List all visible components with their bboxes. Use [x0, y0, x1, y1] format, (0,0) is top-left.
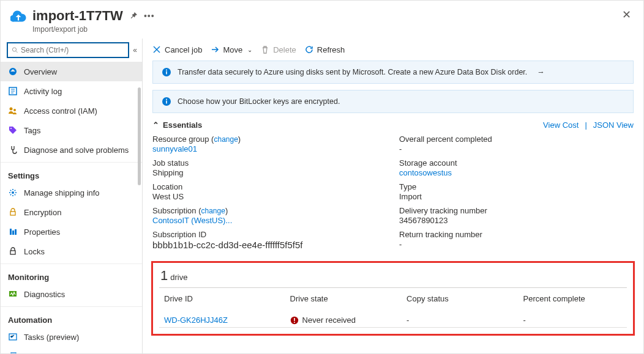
delete-icon — [261, 45, 269, 54]
return-label: Return tracking number — [399, 230, 634, 239]
close-icon[interactable]: ✕ — [622, 8, 631, 21]
sidebar-item-locks[interactable]: Locks — [1, 242, 142, 261]
return-value: - — [399, 240, 634, 249]
nav-label: Diagnose and solve problems — [24, 146, 129, 155]
pct-label: Overall percent completed — [399, 135, 634, 144]
sub-value[interactable]: ContosoIT (WestUS)... — [152, 216, 387, 225]
info-icon — [162, 97, 171, 106]
button-label: Refresh — [317, 45, 345, 54]
subid-label: Subscription ID — [152, 230, 387, 239]
location-value: West US — [152, 192, 387, 201]
resource-title: import-1T7TW — [32, 8, 123, 24]
change-link[interactable]: change — [214, 135, 238, 144]
diagnostics-icon — [8, 289, 18, 299]
sidebar-item-tasks[interactable]: Tasks (preview) — [1, 327, 142, 347]
essentials-toggle[interactable]: ⌃ Essentials — [152, 120, 202, 130]
import-export-icon — [10, 9, 26, 25]
rg-label: Resource group — [152, 135, 209, 144]
sidebar-item-encryption[interactable]: Encryption — [1, 202, 142, 222]
bitlocker-banner[interactable]: Choose how your BitLocker keys are encry… — [152, 90, 634, 113]
blade-header: import-1T7TW ••• Import/export job ✕ — [1, 1, 643, 39]
storage-value[interactable]: contosowestus — [399, 168, 634, 177]
nav-label: Access control (IAM) — [24, 106, 97, 116]
nav-label: Tags — [24, 126, 40, 135]
cancel-job-button[interactable]: Cancel job — [152, 45, 202, 54]
refresh-button[interactable]: Refresh — [305, 45, 345, 54]
search-input[interactable] — [21, 46, 124, 54]
essentials-title: Essentials — [163, 120, 202, 130]
sidebar-item-diagnostics[interactable]: Diagnostics — [1, 284, 142, 304]
nav: Overview Activity log Access control (IA… — [1, 62, 142, 354]
search-input-wrapper[interactable] — [7, 42, 129, 58]
view-cost-link[interactable]: View Cost — [543, 120, 578, 130]
storage-label: Storage account — [399, 158, 634, 168]
jobstatus-value: Shipping — [152, 168, 387, 177]
svg-rect-22 — [166, 72, 167, 75]
databox-banner[interactable]: Transfer data securely to Azure using di… — [152, 61, 634, 84]
sidebar-item-export-template[interactable]: Export template — [1, 347, 142, 354]
change-link[interactable]: change — [201, 207, 225, 215]
col-drive-id: Drive ID — [160, 289, 285, 308]
sidebar-item-iam[interactable]: Access control (IAM) — [1, 101, 142, 120]
nav-label: Export template — [24, 352, 80, 355]
svg-rect-12 — [12, 230, 14, 235]
button-label: Cancel job — [165, 45, 202, 54]
chevron-up-icon: ⌃ — [152, 120, 159, 130]
location-label: Location — [152, 182, 387, 191]
svg-rect-14 — [10, 251, 15, 254]
sidebar-item-tags[interactable]: Tags — [1, 120, 142, 140]
drives-panel: 1 drive Drive ID Drive state Copy status… — [151, 261, 635, 336]
svg-rect-13 — [15, 229, 17, 235]
divider — [1, 264, 142, 264]
sidebar-item-overview[interactable]: Overview — [1, 62, 142, 81]
move-button[interactable]: Move ⌄ — [211, 45, 252, 54]
divider — [1, 162, 142, 163]
col-copy-status: Copy status — [403, 289, 519, 308]
cancel-icon — [152, 45, 161, 54]
nav-label: Locks — [24, 247, 45, 256]
svg-line-1 — [16, 51, 18, 53]
drives-title: 1 drive — [160, 268, 627, 284]
sidebar-item-properties[interactable]: Properties — [1, 222, 142, 242]
tags-icon — [8, 125, 18, 135]
properties-icon — [8, 227, 18, 237]
sidebar-item-diagnose[interactable]: Diagnose and solve problems — [1, 140, 142, 160]
subid-value: bbbb1b1b-cc2c-dd3d-ee4e-ffffff5f5f5f — [152, 240, 387, 250]
lock-icon — [8, 207, 18, 217]
nav-label: Encryption — [24, 208, 61, 217]
nav-label: Manage shipping info — [24, 188, 100, 197]
json-view-link[interactable]: JSON View — [593, 120, 634, 130]
nav-label: Properties — [24, 227, 60, 237]
arrow-right-icon: → — [537, 68, 545, 76]
pin-icon[interactable] — [129, 11, 138, 21]
drive-id-link[interactable]: WD-GK26HJJ46Z — [160, 309, 285, 326]
svg-point-6 — [10, 108, 13, 111]
chevron-down-icon: ⌄ — [247, 46, 252, 53]
scrollbar-thumb[interactable] — [138, 87, 141, 185]
delete-button: Delete — [261, 45, 296, 54]
overview-icon — [8, 67, 18, 76]
svg-point-29 — [294, 322, 295, 323]
drive-count: 1 — [160, 268, 168, 284]
divider: | — [585, 120, 586, 130]
svg-rect-25 — [166, 101, 167, 104]
percent-complete-cell: - — [520, 309, 626, 326]
rg-value[interactable]: sunnyvale01 — [152, 144, 387, 153]
collapse-sidebar-icon[interactable]: « — [133, 46, 137, 54]
section-settings: Settings — [1, 165, 142, 183]
info-icon — [162, 67, 171, 77]
sidebar-item-shipping[interactable]: Manage shipping info — [1, 183, 142, 202]
move-icon — [211, 45, 219, 54]
section-automation: Automation — [1, 309, 142, 327]
button-label: Move — [223, 45, 242, 54]
nav-label: Diagnostics — [24, 290, 65, 299]
svg-rect-10 — [10, 212, 15, 215]
search-icon — [12, 46, 18, 54]
svg-point-0 — [12, 48, 16, 51]
sidebar-item-activity-log[interactable]: Activity log — [1, 81, 142, 101]
iam-icon — [8, 106, 18, 116]
essentials-grid: Resource group (change) sunnyvale01 Job … — [143, 131, 643, 257]
drives-table: Drive ID Drive state Copy status Percent… — [159, 287, 627, 328]
drive-word: drive — [170, 273, 187, 282]
more-menu-icon[interactable]: ••• — [144, 11, 155, 21]
